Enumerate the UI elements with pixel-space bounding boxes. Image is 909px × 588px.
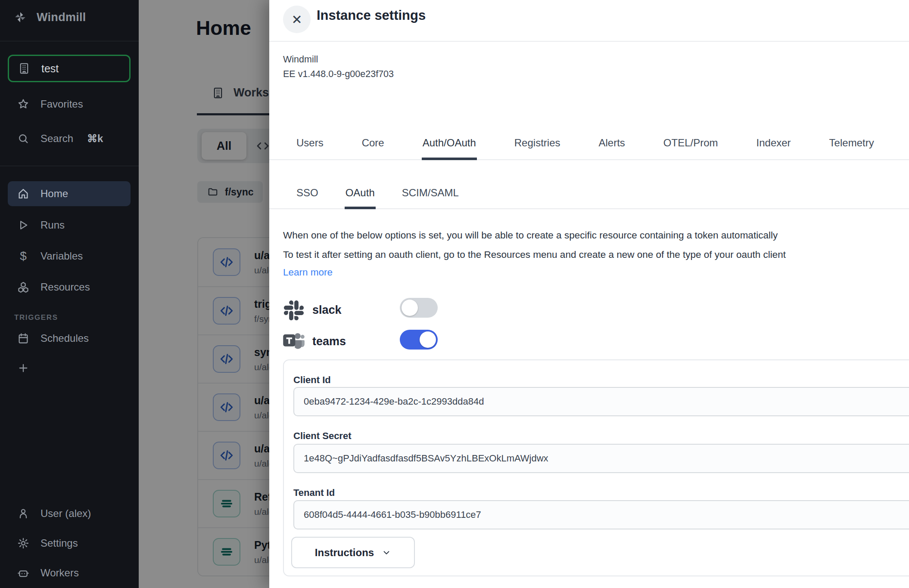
sidebar-item-label: Search: [40, 133, 73, 145]
workspace-name: test: [41, 62, 59, 75]
close-button[interactable]: ✕: [283, 6, 311, 33]
sidebar-item-schedules[interactable]: Schedules: [8, 326, 131, 351]
app-window: Windmill test Favorites Sear: [0, 0, 909, 588]
teams-icon: [282, 330, 305, 353]
search-icon: [17, 133, 29, 145]
sidebar-item-search[interactable]: Search ⌘k: [8, 126, 131, 151]
sidebar-item-runs[interactable]: Runs: [8, 213, 131, 238]
version-label: EE v1.448.0-9-g00e23f703: [283, 69, 394, 80]
description-line-2: To test it after setting an oauth client…: [283, 245, 786, 264]
tab-otel-prom[interactable]: OTEL/Prom: [663, 129, 719, 160]
sidebar-divider: [0, 41, 139, 41]
play-icon: [17, 219, 29, 231]
home-icon: [17, 188, 29, 200]
toggle-knob: [402, 300, 418, 316]
star-icon: [17, 98, 29, 110]
instructions-label: Instructions: [315, 547, 374, 559]
sidebar-item-label: Home: [40, 188, 68, 200]
dollar-icon: $: [17, 250, 29, 262]
sidebar-item-label: Workers: [40, 567, 79, 579]
tenant-id-input[interactable]: [293, 500, 909, 529]
robot-icon: [17, 567, 29, 579]
tab-indexer[interactable]: Indexer: [756, 129, 792, 160]
drawer-header-divider: [269, 41, 909, 42]
slack-label: slack: [312, 303, 342, 317]
drawer-title: Instance settings: [317, 8, 426, 23]
toggle-knob: [420, 331, 436, 348]
user-icon: [17, 508, 29, 520]
tab-telemetry[interactable]: Telemetry: [828, 129, 875, 160]
calendar-icon: [17, 332, 29, 344]
sidebar-item-settings[interactable]: Settings: [8, 531, 131, 556]
sidebar: Windmill test Favorites Sear: [0, 0, 139, 588]
add-trigger-button[interactable]: [8, 356, 42, 381]
sidebar-item-home[interactable]: Home: [8, 181, 131, 206]
client-id-label: Client Id: [293, 374, 331, 386]
instance-settings-drawer: ✕ Instance settings Windmill EE v1.448.0…: [269, 0, 909, 588]
teams-toggle[interactable]: [400, 330, 438, 350]
subtab-oauth[interactable]: OAuth: [345, 181, 376, 209]
subtab-sso[interactable]: SSO: [296, 181, 319, 209]
learn-more-link[interactable]: Learn more: [283, 267, 333, 278]
client-secret-label: Client Secret: [293, 430, 352, 442]
sidebar-item-label: Runs: [40, 219, 65, 231]
sidebar-item-workers[interactable]: Workers: [8, 560, 131, 585]
app-name: Windmill: [283, 54, 318, 65]
workspace-selector[interactable]: test: [8, 55, 131, 82]
sidebar-item-label: Variables: [40, 250, 83, 262]
auth-subtabbar: SSO OAuth SCIM/SAML: [269, 181, 909, 209]
sidebar-item-label: Schedules: [40, 332, 89, 344]
tab-registries[interactable]: Registries: [514, 129, 561, 160]
tab-users[interactable]: Users: [296, 129, 324, 160]
gear-icon: [17, 537, 29, 549]
sidebar-item-label: Favorites: [40, 98, 83, 110]
search-shortcut: ⌘k: [87, 133, 103, 145]
boxes-icon: [17, 281, 29, 293]
sidebar-divider: [0, 166, 139, 166]
sidebar-item-variables[interactable]: $ Variables: [8, 244, 131, 269]
sidebar-item-favorites[interactable]: Favorites: [8, 92, 131, 117]
teams-oauth-card: Client Id Client Secret Tenant Id Instru…: [283, 359, 909, 576]
client-id-input[interactable]: [293, 387, 909, 416]
sidebar-item-label: Resources: [40, 281, 90, 293]
building-icon: [18, 62, 30, 74]
description-line-1: When one of the below options is set, yo…: [283, 226, 786, 245]
tab-core[interactable]: Core: [361, 129, 385, 160]
plus-icon: [17, 362, 29, 374]
subtab-scim-saml[interactable]: SCIM/SAML: [401, 181, 460, 209]
oauth-description: When one of the below options is set, yo…: [283, 226, 786, 264]
sidebar-item-label: User (alex): [40, 508, 91, 520]
triggers-section-heading: TRIGGERS: [14, 313, 58, 322]
tab-alerts[interactable]: Alerts: [598, 129, 626, 160]
slack-icon: [284, 300, 304, 320]
windmill-logo-icon: [14, 9, 26, 25]
close-icon: ✕: [291, 12, 302, 27]
tenant-id-label: Tenant Id: [293, 487, 335, 498]
tab-auth-oauth[interactable]: Auth/OAuth: [422, 129, 477, 160]
sidebar-item-user[interactable]: User (alex): [8, 501, 131, 526]
slack-toggle[interactable]: [400, 298, 438, 318]
teams-label: teams: [312, 335, 346, 348]
client-secret-input[interactable]: [293, 444, 909, 473]
instructions-button[interactable]: Instructions: [291, 537, 415, 568]
sidebar-item-resources[interactable]: Resources: [8, 275, 131, 300]
chevron-down-icon: [382, 548, 391, 557]
sidebar-item-label: Settings: [40, 537, 78, 549]
brand: Windmill: [14, 9, 86, 25]
settings-tabbar: Users Core Auth/OAuth Registries Alerts …: [269, 129, 909, 160]
brand-name: Windmill: [37, 11, 86, 24]
